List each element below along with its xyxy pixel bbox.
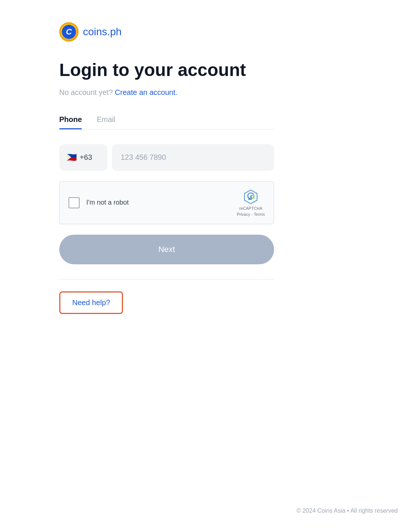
footer: © 2024 Coins Asia • All rights reserved: [296, 507, 398, 514]
phone-input-row: 🇵🇭 +63: [59, 144, 274, 171]
flag-icon: 🇵🇭: [67, 153, 77, 162]
create-account-link[interactable]: Create an account.: [115, 88, 177, 96]
need-help-button[interactable]: Need help?: [59, 291, 123, 314]
page-title: Login to your account: [59, 59, 274, 81]
logo-text: coins.ph: [83, 26, 121, 38]
recaptcha-privacy-terms: Privacy - Terms: [237, 212, 265, 216]
next-button[interactable]: Next: [59, 235, 274, 264]
logo-letter: C: [62, 25, 76, 39]
recaptcha-brand: reCAPTCHA: [239, 206, 262, 211]
tab-phone[interactable]: Phone: [59, 115, 82, 129]
logo-area: C coins.ph: [59, 22, 274, 42]
divider: [59, 279, 274, 280]
logo-icon: C: [59, 22, 79, 42]
recaptcha-box: I'm not a robot reCAPTCHA Privacy - Term…: [59, 181, 274, 224]
recaptcha-checkbox[interactable]: [69, 197, 80, 208]
subtitle: No account yet? Create an account.: [59, 88, 274, 97]
country-code: +63: [80, 153, 92, 162]
country-selector[interactable]: 🇵🇭 +63: [59, 144, 107, 171]
recaptcha-label: I'm not a robot: [86, 199, 129, 206]
phone-number-input[interactable]: [112, 144, 274, 171]
subtitle-plain: No account yet?: [59, 88, 113, 96]
tabs-container: Phone Email: [59, 115, 274, 129]
recaptcha-right: reCAPTCHA Privacy - Terms: [237, 189, 265, 216]
recaptcha-logo-icon: [243, 189, 259, 205]
tab-email[interactable]: Email: [97, 115, 115, 129]
footer-text: © 2024 Coins Asia • All rights reserved: [296, 507, 398, 514]
recaptcha-left: I'm not a robot: [69, 197, 129, 208]
